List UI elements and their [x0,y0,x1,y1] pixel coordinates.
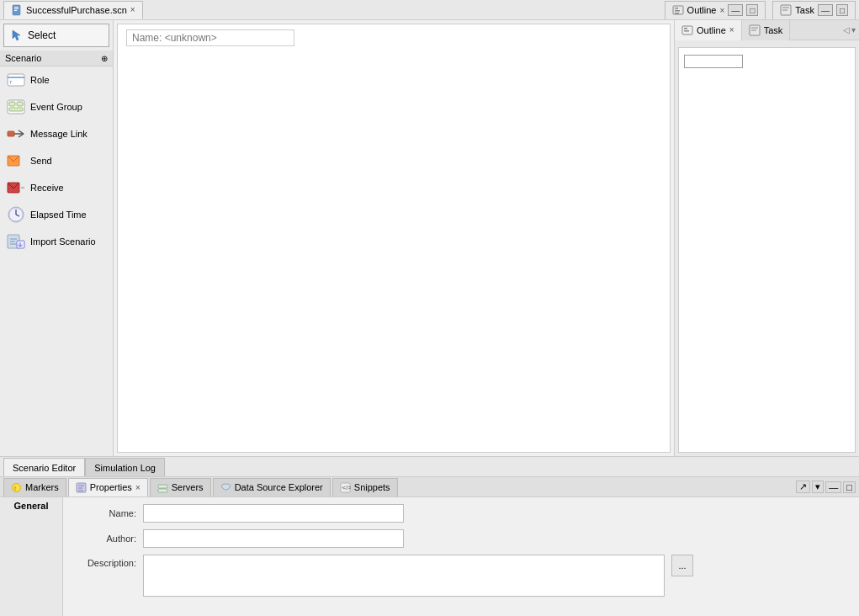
file-tab[interactable]: SuccessfulPurchase.scn × [3,1,143,19]
outline-max-btn[interactable]: □ [746,4,758,16]
event-group-label: Event Group [30,102,82,112]
outline-icon [672,4,684,16]
scenario-editor-tab[interactable]: Scenario Editor [3,458,85,476]
role-label: Role [30,75,50,85]
outline-tab[interactable]: Outline × [675,20,742,40]
props-min-btn[interactable]: — [825,481,841,493]
outline-tab-close[interactable]: × [729,25,734,35]
scenario-label: Scenario [5,53,41,63]
select-label: Select [28,29,56,41]
description-label: Description: [73,555,136,568]
outline-min-btn[interactable]: — [728,4,743,16]
message-link-icon [7,125,25,143]
task-label: Task [795,5,814,15]
tool-receive[interactable]: Receive [0,174,113,201]
properties-tab-icon [76,482,87,493]
file-icon [11,4,23,16]
file-tab-close[interactable]: × [130,5,135,14]
outline-canvas [678,47,856,453]
scenario-header: Scenario ⊕ [0,50,113,66]
outline-tab-label: Outline [697,25,726,35]
props-new-btn[interactable]: ↗ [796,481,810,493]
svg-rect-5 [675,8,678,9]
select-button[interactable]: Select [3,24,109,47]
outline-mini-rect [684,55,743,68]
author-label: Author: [73,534,136,544]
task-section: Task — □ [772,1,856,19]
markers-tab-icon: ! [11,482,22,493]
canvas-name-input[interactable] [126,29,294,46]
tool-role[interactable]: T Role [0,66,113,93]
right-panel-chevron[interactable]: ▾ [851,25,856,35]
file-tab-label: SuccessfulPurchase.scn [26,5,127,15]
outline-tab-icon [681,24,693,36]
props-fields: Name: Author: Description: ... [63,497,859,616]
general-section-label: General [14,501,49,511]
description-input[interactable] [143,555,665,597]
outline-label: Outline [687,5,717,15]
servers-tab-label: Servers [172,482,204,492]
markers-tab-label: Markers [25,482,59,492]
task-max-btn[interactable]: □ [836,4,848,16]
receive-icon [7,178,25,197]
outline-close[interactable]: × [719,6,724,15]
svg-rect-51 [158,489,167,492]
svg-rect-16 [9,102,15,106]
tool-message-link[interactable]: Message Link [0,120,113,147]
send-icon [7,151,25,170]
snippets-tab[interactable]: </> Snippets [332,478,398,497]
snippets-tab-icon: </> [340,482,351,493]
description-field-row: Description: ... [73,555,849,597]
servers-tab-icon [157,482,168,493]
right-panel-header: Outline × Task ◁ ▾ [675,20,859,40]
svg-rect-2 [14,8,19,9]
event-group-icon [7,98,25,116]
right-panel: Outline × Task ◁ ▾ [674,20,859,456]
datasource-tab-icon [220,482,231,493]
svg-rect-40 [684,30,689,32]
name-label: Name: [73,508,136,518]
import-scenario-icon [7,232,25,251]
tool-send[interactable]: Send [0,147,113,174]
right-panel-navigate-back[interactable]: ◁ [843,25,850,35]
datasource-tab[interactable]: Data Source Explorer [213,478,331,497]
servers-tab[interactable]: Servers [150,478,211,497]
svg-rect-50 [158,485,167,488]
svg-point-44 [13,483,21,491]
title-bar-right: Outline × — □ Task — □ [665,1,856,19]
description-ellipsis-btn[interactable]: ... [671,555,693,576]
tool-event-group[interactable]: Event Group [0,93,113,120]
outline-section: Outline × — □ [665,1,766,19]
task-icon [780,4,792,16]
task-tab[interactable]: Task [742,20,791,40]
task-tab-label: Task [764,25,783,35]
task-min-btn[interactable]: — [818,4,833,16]
props-max-btn[interactable]: □ [843,481,856,493]
title-bar: SuccessfulPurchase.scn × Outline × — □ [0,0,859,20]
props-menu-btn[interactable]: ▾ [812,481,824,493]
tool-elapsed-time[interactable]: Elapsed Time [0,201,113,228]
svg-rect-7 [675,13,679,14]
props-tab-actions: ↗ ▾ — □ [796,481,856,493]
main-container: Select Scenario ⊕ T Role [0,20,859,456]
properties-tab-close[interactable]: × [135,483,141,492]
markers-tab[interactable]: ! Markers [3,478,66,497]
svg-rect-6 [675,10,680,12]
simulation-log-tab[interactable]: Simulation Log [85,458,165,476]
svg-rect-3 [14,10,17,11]
tool-import-scenario[interactable]: Import Scenario [0,228,113,255]
canvas-area[interactable] [117,24,671,453]
svg-rect-39 [684,28,687,29]
author-field-row: Author: [73,529,849,548]
right-panel-toolbar [675,40,859,44]
props-content: General Name: Author: Description: ... [0,497,859,616]
properties-tab[interactable]: Properties × [68,478,148,497]
role-icon: T [7,71,25,89]
props-sidebar: General [0,497,63,616]
scenario-pin-icon: ⊕ [101,54,108,63]
props-tab-bar: ! Markers Properties × Servers [0,477,859,497]
receive-label: Receive [30,183,64,193]
svg-rect-22 [8,131,14,136]
name-input[interactable] [143,504,404,523]
author-input[interactable] [143,529,404,548]
